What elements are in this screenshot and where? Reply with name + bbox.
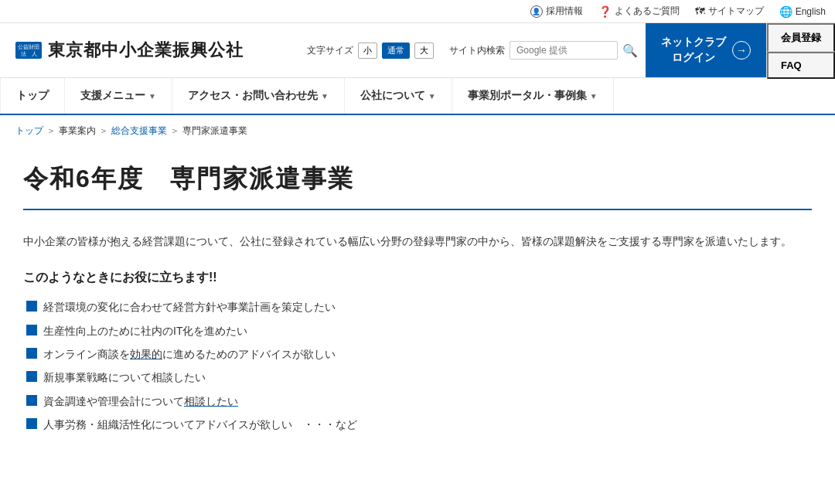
nav-about-label: 公社について <box>360 89 425 103</box>
utility-sitemap-label: サイトマップ <box>708 5 764 18</box>
list-item-text: 資金調達や管理会計について相談したい <box>43 393 238 410</box>
faq-label: FAQ <box>781 60 802 71</box>
list-item-text: 新規事業戦略について相談したい <box>43 369 206 386</box>
list-item: 生産性向上のために社内のIT化を進めたい <box>26 322 812 339</box>
bullet-icon <box>26 348 37 359</box>
font-large-button[interactable]: 大 <box>414 43 434 59</box>
section-heading: このようなときにお役に立ちます!! <box>23 270 812 286</box>
nav-support-label: 支援メニュー <box>80 89 145 103</box>
utility-recruit-label: 採用情報 <box>546 5 583 18</box>
utility-bar: 👤 採用情報 ❓ よくあるご質問 🗺 サイトマップ 🌐 English <box>0 0 835 23</box>
list-item: 人事労務・組織活性化についてアドバイスが欲しい ・・・など <box>26 416 812 433</box>
chevron-down-icon: ▼ <box>148 92 156 100</box>
utility-faq-link[interactable]: ❓ よくあるご質問 <box>598 5 680 18</box>
login-arrow-icon: → <box>732 41 751 60</box>
bullet-icon <box>26 301 37 312</box>
breadcrumb-top[interactable]: トップ <box>15 124 43 138</box>
breadcrumb-sep-2: ＞ <box>99 124 108 138</box>
list-item: 新規事業戦略について相談したい <box>26 369 812 386</box>
map-icon: 🗺 <box>695 5 705 17</box>
highlight-text: 効果的 <box>130 348 162 360</box>
globe-icon: 🌐 <box>779 5 792 18</box>
nav-portal[interactable]: 事業別ポータル・事例集 ▼ <box>452 78 614 114</box>
bullet-icon <box>26 418 37 429</box>
logo-text: 東京都中小企業振興公社 <box>48 39 244 62</box>
nav-top[interactable]: トップ <box>0 78 65 114</box>
utility-english[interactable]: 🌐 English <box>779 5 826 18</box>
utility-english-label: English <box>796 6 826 17</box>
utility-sitemap[interactable]: 🗺 サイトマップ <box>695 5 764 18</box>
nav-access-label: アクセス・お問い合わせ先 <box>188 89 318 103</box>
breadcrumb-current: 専門家派遣事業 <box>182 124 247 138</box>
nav-access[interactable]: アクセス・お問い合わせ先 ▼ <box>172 78 345 114</box>
netclub-line1: ネットクラブ <box>661 35 726 50</box>
page-description: 中小企業の皆様が抱える経営課題について、公社に登録されている幅広い分野の登録専門… <box>23 232 812 251</box>
netclub-text: ネットクラブ ログイン <box>661 35 726 65</box>
list-item: オンライン商談を効果的に進めるためのアドバイスが欲しい <box>26 346 812 363</box>
search-label: サイト内検索 <box>449 44 505 57</box>
page-content: 令和6年度 専門家派遣事業 中小企業の皆様が抱える経営課題について、公社に登録さ… <box>0 147 835 471</box>
faq-button[interactable]: FAQ <box>767 52 835 79</box>
bullet-list: 経営環境の変化に合わせて経営方針や事業計画を策定したい 生産性向上のために社内の… <box>26 298 812 433</box>
breadcrumb-sougou[interactable]: 総合支援事業 <box>111 124 167 138</box>
header-right: 文字サイズ 小 通常 大 サイト内検索 🔍 ネットクラブ ログイン → 会員登録… <box>299 23 835 77</box>
main-nav: トップ 支援メニュー ▼ アクセス・お問い合わせ先 ▼ 公社について ▼ 事業別… <box>0 77 835 115</box>
search-button[interactable]: 🔍 <box>622 43 638 58</box>
right-panel: 会員登録 FAQ <box>766 23 835 77</box>
chevron-down-icon: ▼ <box>590 92 598 100</box>
bullet-icon <box>26 371 37 382</box>
font-normal-button[interactable]: 通常 <box>382 43 410 59</box>
breadcrumb: トップ ＞ 事業案内 ＞ 総合支援事業 ＞ 専門家派遣事業 <box>0 115 835 147</box>
list-item-text: 経営環境の変化に合わせて経営方針や事業計画を策定したい <box>43 298 336 315</box>
nav-about[interactable]: 公社について ▼ <box>345 78 452 114</box>
list-item-text: 生産性向上のために社内のIT化を進めたい <box>43 322 247 339</box>
font-small-button[interactable]: 小 <box>358 43 377 59</box>
person-icon: 👤 <box>530 5 543 18</box>
search-area: サイト内検索 🔍 <box>441 23 646 77</box>
member-label: 会員登録 <box>781 31 821 45</box>
chevron-down-icon: ▼ <box>428 92 436 100</box>
search-input[interactable] <box>510 41 618 60</box>
member-register-button[interactable]: 会員登録 <box>767 23 835 52</box>
nav-support[interactable]: 支援メニュー ▼ <box>65 78 172 114</box>
list-item: 資金調達や管理会計について相談したい <box>26 393 812 410</box>
highlight-text: 相談したい <box>184 395 238 407</box>
logo-area: 公益財団法 人 東京都中小企業振興公社 <box>0 23 299 77</box>
list-item: 経営環境の変化に合わせて経営方針や事業計画を策定したい <box>26 298 812 315</box>
title-divider <box>23 209 812 210</box>
netclub-login-button[interactable]: ネットクラブ ログイン → <box>646 23 766 77</box>
header: 公益財団法 人 東京都中小企業振興公社 文字サイズ 小 通常 大 サイト内検索 … <box>0 23 835 77</box>
nav-portal-label: 事業別ポータル・事例集 <box>468 89 587 103</box>
list-item-text: 人事労務・組織活性化についてアドバイスが欲しい ・・・など <box>43 416 357 433</box>
utility-faq-label: よくあるご質問 <box>615 5 680 18</box>
netclub-line2: ログイン <box>661 50 726 66</box>
logo-badge: 公益財団法 人 <box>15 42 42 59</box>
bullet-icon <box>26 395 37 406</box>
bullet-icon <box>26 325 37 335</box>
question-icon: ❓ <box>598 5 612 18</box>
font-size-label: 文字サイズ <box>307 44 353 57</box>
chevron-down-icon: ▼ <box>321 92 329 100</box>
breadcrumb-sep-1: ＞ <box>46 124 56 138</box>
utility-recruit[interactable]: 👤 採用情報 <box>530 5 583 18</box>
font-size-control: 文字サイズ 小 通常 大 <box>299 23 441 77</box>
list-item-text: オンライン商談を効果的に進めるためのアドバイスが欲しい <box>43 346 336 363</box>
breadcrumb-jigyouannai: 事業案内 <box>59 124 96 138</box>
nav-top-label: トップ <box>16 89 49 103</box>
breadcrumb-sep-3: ＞ <box>170 124 179 138</box>
page-title: 令和6年度 専門家派遣事業 <box>23 162 812 196</box>
